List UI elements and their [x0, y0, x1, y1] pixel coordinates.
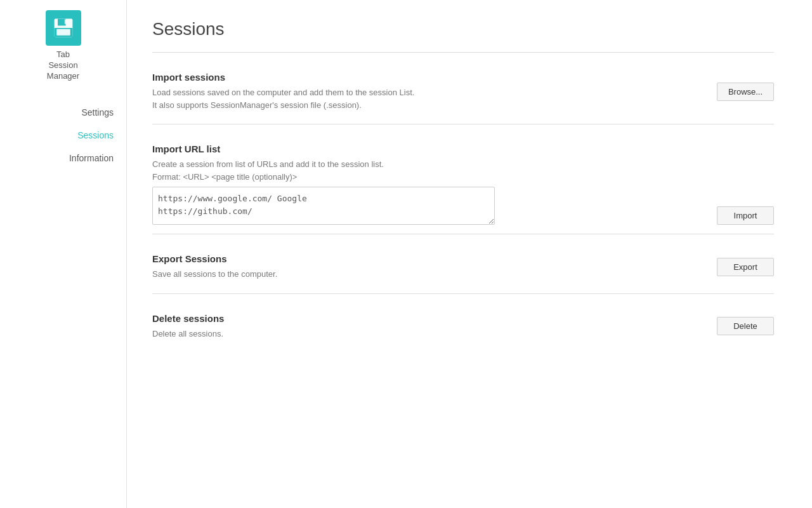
sidebar-nav: Settings Sessions Information	[0, 101, 126, 170]
delete-sessions-desc: Delete all sessions.	[152, 328, 691, 340]
import-url-row: Import URL list Create a session from li…	[152, 144, 774, 227]
export-button[interactable]: Export	[717, 258, 774, 276]
top-divider	[152, 52, 774, 53]
sidebar-item-sessions[interactable]: Sessions	[0, 124, 126, 147]
import-url-info: Import URL list Create a session from li…	[152, 144, 717, 227]
delete-sessions-info: Delete sessions Delete all sessions.	[152, 313, 717, 340]
sidebar: Tab Session Manager Settings Sessions In…	[0, 0, 127, 508]
app-name: Tab Session Manager	[47, 50, 79, 82]
main-content: Sessions Import sessions Load sessions s…	[127, 0, 812, 508]
import-sessions-section: Import sessions Load sessions saved on t…	[152, 72, 774, 111]
import-url-section: Import URL list Create a session from li…	[152, 144, 774, 227]
url-textarea[interactable]: https://www.google.com/ Google https://g…	[152, 187, 495, 225]
import-url-desc: Create a session from list of URLs and a…	[152, 158, 691, 183]
floppy-disk-icon	[52, 17, 75, 39]
divider-2	[152, 234, 774, 234]
import-btn-wrapper: Import	[717, 206, 774, 225]
import-sessions-desc: Load sessions saved on the computer and …	[152, 86, 691, 111]
sidebar-item-information[interactable]: Information	[0, 147, 126, 170]
logo-area: Tab Session Manager	[0, 0, 126, 95]
svg-rect-3	[56, 29, 70, 36]
delete-sessions-title: Delete sessions	[152, 313, 691, 324]
import-url-title: Import URL list	[152, 144, 691, 154]
browse-button[interactable]: Browse...	[717, 83, 774, 101]
delete-button[interactable]: Delete	[717, 317, 774, 335]
export-sessions-info: Export Sessions Save all sessions to the…	[152, 253, 717, 281]
export-sessions-row: Export Sessions Save all sessions to the…	[152, 253, 774, 281]
svg-rect-1	[58, 19, 66, 26]
app-logo-icon	[46, 10, 81, 46]
export-sessions-section: Export Sessions Save all sessions to the…	[152, 253, 774, 281]
sidebar-item-settings[interactable]: Settings	[0, 101, 126, 124]
export-sessions-title: Export Sessions	[152, 253, 691, 264]
divider-3	[152, 293, 774, 294]
import-sessions-title: Import sessions	[152, 72, 691, 83]
delete-sessions-row: Delete sessions Delete all sessions. Del…	[152, 313, 774, 340]
divider-1	[152, 124, 774, 124]
export-sessions-desc: Save all sessions to the computer.	[152, 268, 691, 281]
page-title: Sessions	[152, 19, 774, 39]
delete-sessions-section: Delete sessions Delete all sessions. Del…	[152, 313, 774, 340]
import-button[interactable]: Import	[717, 206, 774, 225]
svg-rect-4	[64, 20, 67, 24]
import-sessions-info: Import sessions Load sessions saved on t…	[152, 72, 717, 111]
import-sessions-row: Import sessions Load sessions saved on t…	[152, 72, 774, 111]
